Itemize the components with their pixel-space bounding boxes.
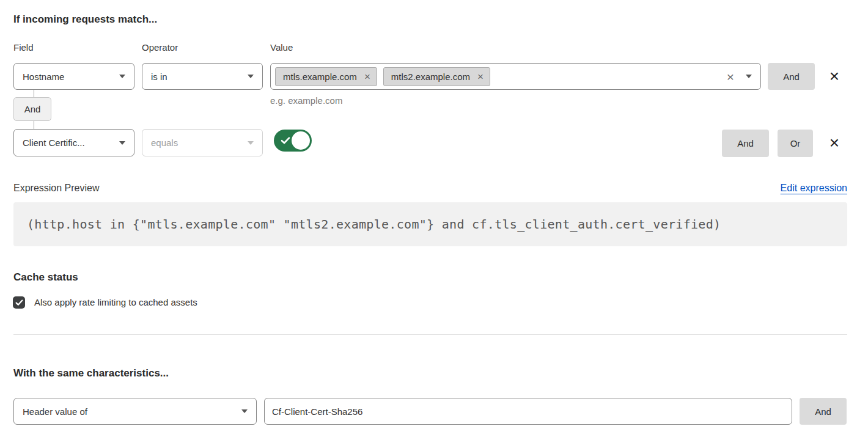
chevron-down-icon (248, 75, 254, 78)
value-tag-text: mtls.example.com (283, 72, 357, 82)
characteristic-header-input[interactable] (264, 398, 792, 425)
operator-column-label: Operator (142, 42, 178, 53)
value-column-label: Value (270, 42, 293, 53)
toggle-knob (292, 131, 310, 150)
delete-row2-icon[interactable]: × (824, 133, 845, 153)
value-helper-text: e.g. example.com (270, 95, 342, 106)
value-tag-list: mtls.example.com × mtls2.example.com × (275, 67, 727, 86)
remove-tag-icon[interactable]: × (477, 72, 484, 82)
operator-select-row2: equals (142, 129, 263, 156)
clear-values-icon[interactable]: × (727, 70, 734, 83)
field-column-label: Field (13, 42, 34, 53)
connector-line-bottom (34, 121, 34, 129)
operator-select-row1-value: is in (151, 72, 248, 82)
add-characteristic-and-button[interactable]: And (800, 398, 847, 425)
value-tag: mtls.example.com × (275, 67, 377, 86)
field-select-row2-value: Client Certific... (23, 138, 119, 148)
field-select-row1[interactable]: Hostname (13, 63, 134, 90)
value-tag: mtls2.example.com × (383, 67, 490, 86)
add-and-condition-button-row1[interactable]: And (768, 63, 815, 90)
section-divider (13, 334, 847, 335)
expression-preview-label: Expression Preview (13, 183, 100, 194)
characteristics-section-title: With the same characteristics... (13, 367, 169, 380)
delete-row1-icon[interactable]: × (824, 66, 845, 87)
add-and-condition-button-row2[interactable]: And (722, 130, 769, 157)
cache-section-title: Cache status (13, 271, 78, 284)
operator-select-row2-value: equals (151, 138, 248, 148)
chevron-down-icon (241, 409, 248, 413)
field-select-row2[interactable]: Client Certific... (13, 129, 134, 156)
add-or-condition-button-row2[interactable]: Or (778, 130, 813, 157)
characteristic-select-value: Header value of (23, 406, 241, 417)
cached-assets-checkbox[interactable] (13, 296, 25, 309)
check-icon (281, 136, 290, 145)
chevron-down-icon (248, 141, 254, 145)
chevron-down-icon (119, 75, 125, 78)
cert-verified-toggle[interactable] (274, 130, 312, 152)
match-section-title: If incoming requests match... (13, 13, 157, 26)
row-connector-and-button[interactable]: And (13, 97, 51, 121)
check-icon (15, 299, 23, 306)
field-select-row1-value: Hostname (23, 72, 119, 82)
operator-select-row1[interactable]: is in (142, 63, 263, 90)
remove-tag-icon[interactable]: × (364, 72, 370, 82)
cached-assets-checkbox-label: Also apply rate limiting to cached asset… (34, 297, 197, 307)
rate-limit-rule-editor: If incoming requests match... Field Oper… (0, 0, 868, 440)
expression-code: (http.host in {"mtls.example.com" "mtls2… (13, 202, 847, 246)
chevron-down-icon (119, 141, 125, 145)
characteristic-select[interactable]: Header value of (13, 398, 257, 425)
connector-line-top (34, 90, 34, 97)
edit-expression-link[interactable]: Edit expression (781, 183, 847, 194)
value-tag-text: mtls2.example.com (391, 72, 470, 82)
value-multiselect-row1[interactable]: mtls.example.com × mtls2.example.com × × (270, 63, 761, 90)
chevron-down-icon (746, 75, 752, 78)
